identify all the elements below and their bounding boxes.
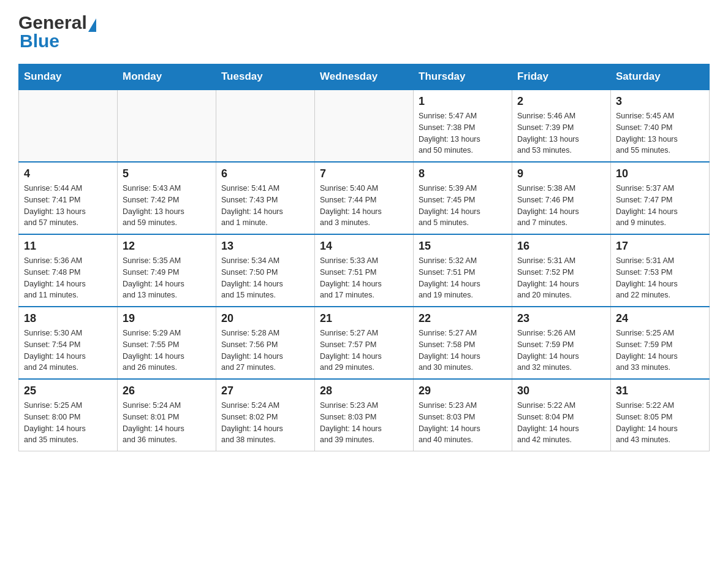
day-info: Sunrise: 5:25 AM Sunset: 7:59 PM Dayligh… — [616, 327, 704, 373]
day-number: 2 — [517, 95, 605, 108]
day-number: 30 — [517, 385, 605, 397]
day-number: 11 — [24, 240, 112, 253]
day-info: Sunrise: 5:28 AM Sunset: 7:56 PM Dayligh… — [221, 327, 309, 373]
calendar-header-sunday: Sunday — [19, 64, 118, 90]
calendar-cell: 4Sunrise: 5:44 AM Sunset: 7:41 PM Daylig… — [19, 162, 118, 234]
day-number: 25 — [24, 385, 112, 397]
day-info: Sunrise: 5:37 AM Sunset: 7:47 PM Dayligh… — [616, 183, 704, 229]
day-info: Sunrise: 5:47 AM Sunset: 7:38 PM Dayligh… — [419, 110, 507, 156]
calendar-cell: 13Sunrise: 5:34 AM Sunset: 7:50 PM Dayli… — [216, 234, 315, 307]
calendar-cell: 17Sunrise: 5:31 AM Sunset: 7:53 PM Dayli… — [611, 234, 710, 307]
calendar-cell: 6Sunrise: 5:41 AM Sunset: 7:43 PM Daylig… — [216, 162, 315, 234]
day-number: 23 — [517, 312, 605, 325]
day-number: 14 — [320, 240, 408, 253]
day-info: Sunrise: 5:22 AM Sunset: 8:05 PM Dayligh… — [616, 400, 704, 446]
day-info: Sunrise: 5:24 AM Sunset: 8:01 PM Dayligh… — [123, 400, 211, 446]
day-info: Sunrise: 5:45 AM Sunset: 7:40 PM Dayligh… — [616, 110, 704, 156]
calendar-cell: 27Sunrise: 5:24 AM Sunset: 8:02 PM Dayli… — [216, 379, 315, 451]
day-number: 1 — [419, 95, 507, 108]
calendar-header-friday: Friday — [512, 64, 611, 90]
day-info: Sunrise: 5:38 AM Sunset: 7:46 PM Dayligh… — [517, 183, 605, 229]
day-info: Sunrise: 5:26 AM Sunset: 7:59 PM Dayligh… — [517, 327, 605, 373]
calendar-cell: 2Sunrise: 5:46 AM Sunset: 7:39 PM Daylig… — [512, 90, 611, 162]
day-number: 6 — [221, 167, 309, 180]
day-number: 8 — [419, 167, 507, 180]
calendar-cell: 26Sunrise: 5:24 AM Sunset: 8:01 PM Dayli… — [118, 379, 216, 451]
logo-triangle-icon — [88, 18, 96, 32]
calendar-cell: 9Sunrise: 5:38 AM Sunset: 7:46 PM Daylig… — [512, 162, 611, 234]
day-info: Sunrise: 5:25 AM Sunset: 8:00 PM Dayligh… — [24, 400, 112, 446]
calendar-cell: 7Sunrise: 5:40 AM Sunset: 7:44 PM Daylig… — [315, 162, 414, 234]
day-info: Sunrise: 5:31 AM Sunset: 7:52 PM Dayligh… — [517, 255, 605, 301]
day-info: Sunrise: 5:35 AM Sunset: 7:49 PM Dayligh… — [123, 255, 211, 301]
day-info: Sunrise: 5:33 AM Sunset: 7:51 PM Dayligh… — [320, 255, 408, 301]
day-number: 28 — [320, 385, 408, 397]
calendar-header-row: SundayMondayTuesdayWednesdayThursdayFrid… — [19, 64, 710, 90]
day-number: 10 — [616, 167, 704, 180]
day-number: 22 — [419, 312, 507, 325]
calendar-cell: 18Sunrise: 5:30 AM Sunset: 7:54 PM Dayli… — [19, 307, 118, 379]
calendar-table: SundayMondayTuesdayWednesdayThursdayFrid… — [18, 64, 710, 451]
calendar-cell — [216, 90, 315, 162]
day-info: Sunrise: 5:30 AM Sunset: 7:54 PM Dayligh… — [24, 327, 112, 373]
day-number: 31 — [616, 385, 704, 397]
day-info: Sunrise: 5:34 AM Sunset: 7:50 PM Dayligh… — [221, 255, 309, 301]
day-number: 21 — [320, 312, 408, 325]
day-info: Sunrise: 5:46 AM Sunset: 7:39 PM Dayligh… — [517, 110, 605, 156]
calendar-cell: 11Sunrise: 5:36 AM Sunset: 7:48 PM Dayli… — [19, 234, 118, 307]
calendar-header-saturday: Saturday — [611, 64, 710, 90]
day-number: 26 — [123, 385, 211, 397]
page-header: General Blue — [18, 12, 710, 52]
calendar-cell: 16Sunrise: 5:31 AM Sunset: 7:52 PM Dayli… — [512, 234, 611, 307]
day-number: 3 — [616, 95, 704, 108]
calendar-cell: 15Sunrise: 5:32 AM Sunset: 7:51 PM Dayli… — [414, 234, 512, 307]
calendar-header-monday: Monday — [118, 64, 216, 90]
logo-row1: General — [18, 12, 96, 33]
calendar-week-row: 18Sunrise: 5:30 AM Sunset: 7:54 PM Dayli… — [19, 307, 710, 379]
day-number: 5 — [123, 167, 211, 180]
calendar-header-thursday: Thursday — [414, 64, 512, 90]
calendar-cell: 24Sunrise: 5:25 AM Sunset: 7:59 PM Dayli… — [611, 307, 710, 379]
calendar-cell: 10Sunrise: 5:37 AM Sunset: 7:47 PM Dayli… — [611, 162, 710, 234]
calendar-cell: 22Sunrise: 5:27 AM Sunset: 7:58 PM Dayli… — [414, 307, 512, 379]
day-info: Sunrise: 5:22 AM Sunset: 8:04 PM Dayligh… — [517, 400, 605, 446]
calendar-cell: 8Sunrise: 5:39 AM Sunset: 7:45 PM Daylig… — [414, 162, 512, 234]
calendar-week-row: 1Sunrise: 5:47 AM Sunset: 7:38 PM Daylig… — [19, 90, 710, 162]
day-info: Sunrise: 5:31 AM Sunset: 7:53 PM Dayligh… — [616, 255, 704, 301]
calendar-cell: 12Sunrise: 5:35 AM Sunset: 7:49 PM Dayli… — [118, 234, 216, 307]
day-number: 12 — [123, 240, 211, 253]
day-info: Sunrise: 5:23 AM Sunset: 8:03 PM Dayligh… — [419, 400, 507, 446]
day-number: 17 — [616, 240, 704, 253]
day-number: 29 — [419, 385, 507, 397]
day-number: 18 — [24, 312, 112, 325]
day-number: 7 — [320, 167, 408, 180]
calendar-cell: 14Sunrise: 5:33 AM Sunset: 7:51 PM Dayli… — [315, 234, 414, 307]
calendar-week-row: 4Sunrise: 5:44 AM Sunset: 7:41 PM Daylig… — [19, 162, 710, 234]
calendar-cell: 21Sunrise: 5:27 AM Sunset: 7:57 PM Dayli… — [315, 307, 414, 379]
calendar-cell — [315, 90, 414, 162]
calendar-cell: 19Sunrise: 5:29 AM Sunset: 7:55 PM Dayli… — [118, 307, 216, 379]
calendar-week-row: 11Sunrise: 5:36 AM Sunset: 7:48 PM Dayli… — [19, 234, 710, 307]
calendar-cell: 25Sunrise: 5:25 AM Sunset: 8:00 PM Dayli… — [19, 379, 118, 451]
calendar-cell — [118, 90, 216, 162]
day-number: 20 — [221, 312, 309, 325]
calendar-cell: 5Sunrise: 5:43 AM Sunset: 7:42 PM Daylig… — [118, 162, 216, 234]
calendar-cell: 30Sunrise: 5:22 AM Sunset: 8:04 PM Dayli… — [512, 379, 611, 451]
day-info: Sunrise: 5:44 AM Sunset: 7:41 PM Dayligh… — [24, 183, 112, 229]
day-info: Sunrise: 5:27 AM Sunset: 7:58 PM Dayligh… — [419, 327, 507, 373]
day-number: 19 — [123, 312, 211, 325]
day-number: 13 — [221, 240, 309, 253]
calendar-cell — [19, 90, 118, 162]
day-info: Sunrise: 5:23 AM Sunset: 8:03 PM Dayligh… — [320, 400, 408, 446]
day-info: Sunrise: 5:40 AM Sunset: 7:44 PM Dayligh… — [320, 183, 408, 229]
day-number: 24 — [616, 312, 704, 325]
day-info: Sunrise: 5:29 AM Sunset: 7:55 PM Dayligh… — [123, 327, 211, 373]
logo-general-text: General — [18, 12, 87, 33]
calendar-cell: 20Sunrise: 5:28 AM Sunset: 7:56 PM Dayli… — [216, 307, 315, 379]
calendar-cell: 23Sunrise: 5:26 AM Sunset: 7:59 PM Dayli… — [512, 307, 611, 379]
day-info: Sunrise: 5:36 AM Sunset: 7:48 PM Dayligh… — [24, 255, 112, 301]
calendar-cell: 1Sunrise: 5:47 AM Sunset: 7:38 PM Daylig… — [414, 90, 512, 162]
day-info: Sunrise: 5:24 AM Sunset: 8:02 PM Dayligh… — [221, 400, 309, 446]
calendar-cell: 28Sunrise: 5:23 AM Sunset: 8:03 PM Dayli… — [315, 379, 414, 451]
day-number: 15 — [419, 240, 507, 253]
